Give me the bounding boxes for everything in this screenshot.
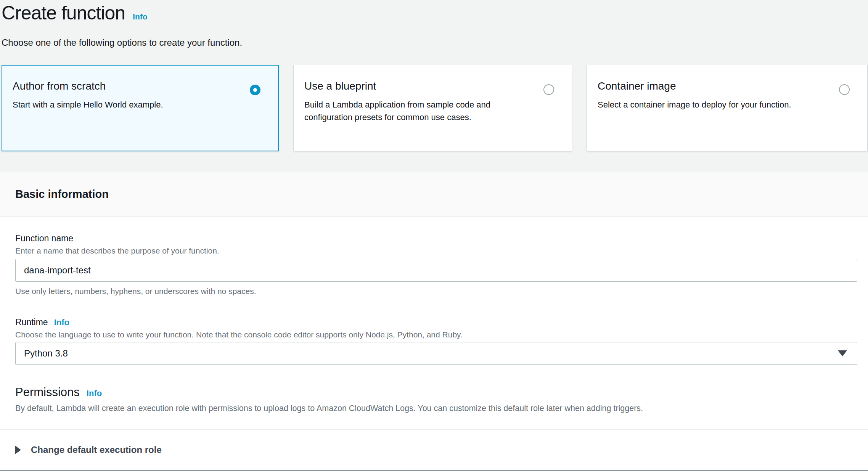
card-title: Author from scratch [13,80,268,93]
function-name-input[interactable] [15,259,857,282]
card-title: Container image [598,80,857,93]
runtime-select-value: Python 3.8 [24,348,68,359]
card-title: Use a blueprint [304,80,561,93]
creation-option-cards: Author from scratch Start with a simple … [2,65,868,151]
create-function-header: Create function Info Choose one of the f… [0,0,868,151]
function-name-description: Enter a name that describes the purpose … [15,246,857,255]
radio-unselected-icon[interactable] [543,84,554,95]
change-default-execution-role-expander[interactable]: Change default execution role [15,445,857,455]
basic-information-section-header: Basic information [0,172,868,217]
function-name-hint: Use only letters, numbers, hyphens, or u… [15,287,857,296]
radio-selected-icon[interactable] [250,85,260,95]
basic-information-section-body: Function name Enter a name that describe… [0,217,868,472]
permissions-heading: Permissions [15,385,80,399]
card-description: Build a Lambda application from sample c… [304,98,518,124]
section-title: Basic information [15,188,109,201]
permissions-info-link[interactable]: Info [87,389,102,398]
runtime-info-link[interactable]: Info [54,318,69,328]
card-description: Select a container image to deploy for y… [598,98,811,111]
chevron-down-icon [838,350,847,356]
expander-label: Change default execution role [31,445,162,455]
page-bottom-edge [0,470,868,471]
option-card-author-from-scratch[interactable]: Author from scratch Start with a simple … [2,65,279,151]
option-card-use-a-blueprint[interactable]: Use a blueprint Build a Lambda applicati… [293,65,572,151]
title-info-link[interactable]: Info [133,12,147,21]
runtime-label: Runtime [15,317,48,328]
card-description: Start with a simple Hello World example. [13,98,226,111]
runtime-select[interactable]: Python 3.8 [15,342,857,365]
radio-unselected-icon[interactable] [839,84,850,95]
caret-right-icon [15,446,21,454]
permissions-description: By default, Lambda will create an execut… [15,404,857,413]
section-divider [0,429,868,430]
page-title: Create function [2,2,125,24]
page-subtitle: Choose one of the following options to c… [2,37,868,48]
function-name-label: Function name [15,233,857,244]
option-card-container-image[interactable]: Container image Select a container image… [587,65,868,151]
runtime-description: Choose the language to use to write your… [15,330,857,339]
